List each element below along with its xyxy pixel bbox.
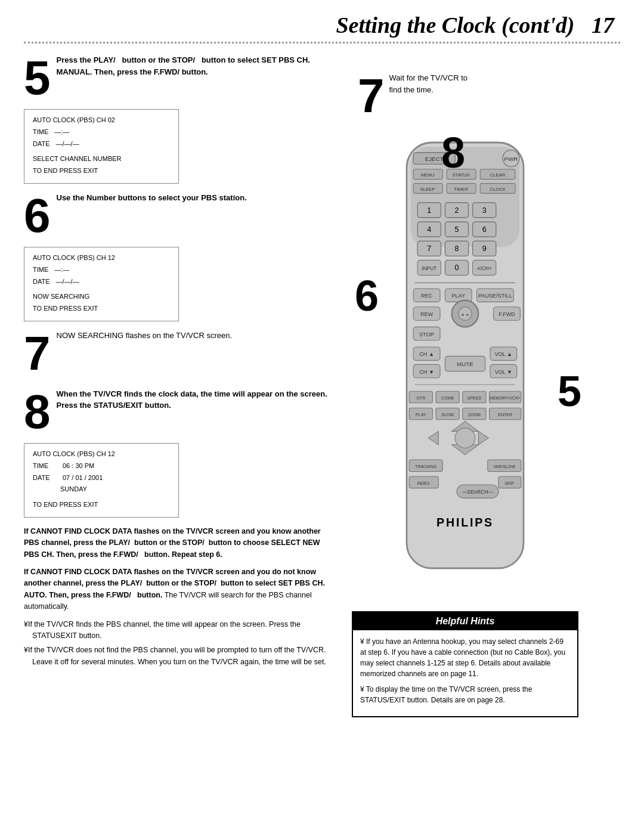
svg-text:CLEAR: CLEAR [490, 172, 506, 178]
svg-text:8: 8 [454, 244, 459, 253]
svg-text:VAR/SLOW: VAR/SLOW [494, 465, 516, 469]
page: Setting the Clock (cont'd) 17 5 Press th… [0, 0, 644, 833]
svg-text:—SEARCH—: —SEARCH— [462, 489, 493, 495]
svg-text:7: 7 [427, 244, 431, 253]
svg-text:MENU: MENU [421, 172, 435, 178]
svg-text:PLAY: PLAY [416, 413, 426, 417]
screen3-date-val: 07 / 01 / 2001 [63, 472, 103, 484]
svg-text:5: 5 [454, 225, 459, 234]
screen3-line5: TO END PRESS EXIT [33, 499, 170, 511]
screen1-line1: AUTO CLOCK (PBS) CH 02 [33, 114, 170, 126]
step-7-left-header: 7 NOW SEARCHING flashes on the TV/VCR sc… [24, 330, 334, 380]
svg-text:A/CH+: A/CH+ [477, 265, 492, 271]
step-8-block: 8 When the TV/VCR finds the clock data, … [24, 388, 334, 518]
screen1-line5: TO END PRESS EXIT [33, 165, 170, 177]
svg-text:SKIP: SKIP [504, 481, 514, 485]
cannot-find-2: If CANNOT FIND CLOCK DATA flashes on the… [24, 566, 334, 613]
step-7-left-block: 7 NOW SEARCHING flashes on the TV/VCR sc… [24, 330, 334, 380]
svg-text:F.FWD: F.FWD [499, 311, 515, 317]
title-text: Setting the Clock (cont'd) [336, 13, 574, 38]
svg-text:PWR: PWR [504, 156, 518, 162]
page-title: Setting the Clock (cont'd) 17 [24, 12, 620, 44]
svg-point-89 [455, 428, 475, 448]
step-6-overlay: 6 [355, 271, 379, 320]
remote-container: 8 6 5 EJECT PWR [364, 134, 566, 593]
screen1-time-label: TIME [33, 126, 48, 138]
screen3-time-val: 06 : 30 PM [63, 460, 94, 472]
screen3-date-row: DATE 07 / 01 / 2001 [33, 472, 170, 484]
svg-text:TRACKING: TRACKING [415, 465, 436, 469]
screen2-line4: NOW SEARCHING [33, 291, 170, 303]
screen3-time-row: TIME 06 : 30 PM [33, 460, 170, 472]
svg-text:MEMORY/VCR+: MEMORY/VCR+ [490, 396, 521, 400]
svg-text:CH ▲: CH ▲ [419, 351, 434, 357]
screen-mockup-3: AUTO CLOCK (PBS) CH 12 TIME 06 : 30 PM D… [24, 443, 179, 518]
screen2-line1: AUTO CLOCK (PBS) CH 12 [33, 252, 170, 264]
page-number: 17 [592, 13, 614, 38]
screen1-time-val: —:— [54, 126, 69, 138]
screen2-time-row: TIME —:— [33, 264, 170, 276]
helpful-hints-hint1: ¥ If you have an Antenna hookup, you may… [360, 636, 570, 679]
svg-text:REC: REC [421, 293, 433, 299]
step-6-block: 6 Use the Number buttons to select your … [24, 192, 334, 321]
screen-mockup-1: AUTO CLOCK (PBS) CH 02 TIME —:— DATE —/—… [24, 109, 179, 184]
svg-text:4: 4 [427, 225, 431, 234]
step-7-left-number: 7 [24, 330, 51, 377]
svg-text:2: 2 [454, 206, 459, 215]
svg-text:3: 3 [482, 206, 487, 215]
svg-text:SLOW: SLOW [441, 413, 454, 417]
svg-text:INDEX: INDEX [417, 481, 430, 485]
helpful-hints-box: Helpful Hints ¥ If you have an Antenna h… [352, 611, 578, 717]
screen2-time-val: —:— [54, 264, 69, 276]
svg-text:◄ ►: ◄ ► [460, 312, 470, 317]
svg-text:INPUT: INPUT [422, 265, 436, 271]
helpful-hints-title: Helpful Hints [353, 612, 577, 630]
svg-text:PHILIPS: PHILIPS [436, 516, 494, 529]
svg-text:MUTE: MUTE [457, 361, 473, 367]
svg-text:ENTER: ENTER [498, 413, 512, 417]
cannot-find-1: If CANNOT FIND CLOCK DATA flashes on the… [24, 526, 334, 561]
svg-text:SPEED: SPEED [467, 396, 482, 400]
step-7-right-block: 7 Wait for the TV/VCR to find the time. [352, 72, 578, 122]
screen2-date-val: —/—/— [56, 276, 79, 288]
screen3-line1: AUTO CLOCK (PBS) CH 12 [33, 448, 170, 460]
svg-text:TIMER: TIMER [454, 187, 468, 192]
step-8-overlay: 8 [441, 128, 465, 177]
screen1-time-row: TIME —:— [33, 126, 170, 138]
svg-text:REW: REW [420, 311, 434, 317]
svg-text:PLAY: PLAY [452, 293, 466, 299]
screen3-date-label: DATE [33, 472, 57, 484]
step-5-overlay: 5 [558, 367, 581, 416]
svg-text:VOL ▲: VOL ▲ [495, 351, 512, 357]
step-8-text: When the TV/VCR finds the clock data, th… [57, 388, 335, 411]
step-7-right-text: Wait for the TV/VCR to find the time. [389, 72, 468, 95]
step-6-header: 6 Use the Number buttons to select your … [24, 192, 334, 242]
step-8-header: 8 When the TV/VCR finds the clock data, … [24, 388, 334, 438]
svg-text:6: 6 [482, 225, 487, 234]
bullet-1: ¥If the TV/VCR finds the PBS channel, th… [24, 619, 334, 642]
helpful-hints-content: ¥ If you have an Antenna hookup, you may… [353, 630, 577, 716]
screen1-date-row: DATE —/—/— [33, 138, 170, 150]
svg-text:STOP: STOP [419, 332, 434, 337]
svg-text:CLOCK: CLOCK [490, 187, 506, 192]
screen1-date-label: DATE [33, 138, 50, 150]
helpful-hints-hint2: ¥ To display the time on the TV/VCR scre… [360, 684, 570, 705]
step-5-text: Press the PLAY/ button or the STOP/ butt… [57, 54, 335, 78]
screen-mockup-2: AUTO CLOCK (PBS) CH 12 TIME —:— DATE —/—… [24, 247, 179, 321]
svg-text:PAUSE/STILL: PAUSE/STILL [478, 293, 512, 299]
step-5-header: 5 Press the PLAY/ button or the STOP/ bu… [24, 54, 334, 104]
svg-text:9: 9 [482, 244, 487, 253]
step-8-number: 8 [24, 388, 51, 436]
svg-text:1: 1 [427, 206, 431, 215]
screen2-line5: TO END PRESS EXIT [33, 303, 170, 315]
svg-text:ZOOM: ZOOM [468, 413, 481, 417]
svg-text:SLEEP: SLEEP [420, 187, 435, 192]
step-7-left-text: NOW SEARCHING flashes on the TV/VCR scre… [57, 330, 335, 342]
screen3-time-label: TIME [33, 460, 57, 472]
svg-text:COMB: COMB [441, 396, 454, 400]
screen1-line4: SELECT CHANNEL NUMBER [33, 153, 170, 165]
svg-text:0: 0 [454, 264, 459, 272]
step-7-right-number: 7 [358, 72, 385, 120]
screen2-date-label: DATE [33, 276, 50, 288]
screen3-sunday: SUNDAY [33, 484, 170, 496]
